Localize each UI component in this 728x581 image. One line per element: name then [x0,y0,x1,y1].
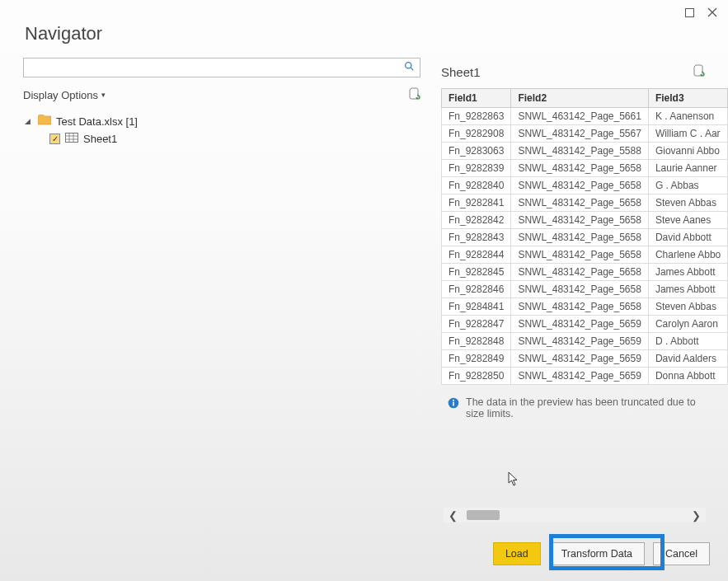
folder-icon [38,115,51,128]
table-cell: Fn_9282846 [442,281,511,298]
search-icon[interactable] [399,61,420,74]
scroll-left-icon[interactable]: ❮ [449,509,458,522]
table-cell: Fn_9282842 [442,212,511,229]
table-cell: SNWL_483142_Page_5659 [511,368,648,385]
preview-table: Field1 Field2 Field3 Fn_9282863SNWL_4631… [441,88,728,385]
table-cell: Fn_9284841 [442,298,511,316]
table-cell: Fn_9282850 [442,368,511,385]
table-row[interactable]: Fn_9282848SNWL_483142_Page_5659D . Abbot… [442,333,728,350]
table-cell: SNWL_483142_Page_5658 [511,212,648,229]
table-cell: Fn_9282841 [442,194,511,212]
table-cell: David Aalders [648,350,727,368]
info-icon [448,397,459,411]
svg-point-12 [453,400,454,401]
table-cell: Fn_9282848 [442,333,511,350]
table-cell: K . Aanenson [648,108,727,125]
table-cell: David Abbott [648,229,727,246]
search-input[interactable] [24,60,399,75]
table-cell: Fn_9282843 [442,229,511,246]
table-cell: Steven Abbas [648,298,727,316]
table-row[interactable]: Fn_9282847SNWL_483142_Page_5659Carolyn A… [442,316,728,333]
preview-refresh-icon[interactable] [693,64,705,80]
search-box [23,58,420,77]
table-cell: Fn_9282849 [442,350,511,368]
table-cell: SNWL_483142_Page_5658 [511,160,648,177]
column-header[interactable]: Field2 [511,89,648,108]
navigator-tree: ◢ Test Data.xlsx [1] ✓ Sheet1 [23,112,420,148]
table-cell: SNWL_483142_Page_5658 [511,229,648,246]
dialog-button-row: Load Transform Data Cancel [0,542,728,565]
table-row[interactable]: Fn_9282846SNWL_483142_Page_5658James Abb… [442,281,728,298]
table-cell: SNWL_463142_Page_5661 [511,108,648,125]
display-options-label: Display Options [23,89,98,101]
table-cell: Fn_9282844 [442,246,511,264]
table-row[interactable]: Fn_9284841SNWL_483142_Page_5658Steven Ab… [442,298,728,316]
table-row[interactable]: Fn_9282839SNWL_483142_Page_5658Laurie Aa… [442,160,728,177]
table-icon [65,133,78,145]
table-cell: SNWL_483142_Page_5658 [511,264,648,281]
table-cell: Steven Abbas [648,194,727,212]
table-cell: James Abbott [648,264,727,281]
cancel-button[interactable]: Cancel [653,542,710,565]
table-cell: SNWL_483142_Page_5658 [511,246,648,264]
table-row[interactable]: Fn_9282842SNWL_483142_Page_5658Steve Aan… [442,212,728,229]
table-cell: SNWL_483142_Page_5659 [511,350,648,368]
table-cell: SNWL_483142_Page_5659 [511,316,648,333]
table-cell: SNWL_483142_Page_5658 [511,194,648,212]
info-message: The data in the preview has been truncat… [441,396,705,419]
scroll-thumb[interactable] [467,510,500,520]
table-cell: Donna Abbott [648,368,727,385]
table-cell: Fn_9282863 [442,108,511,125]
horizontal-scrollbar[interactable]: ❮ ❯ [444,508,706,522]
table-row[interactable]: Fn_9282843SNWL_483142_Page_5658David Abb… [442,229,728,246]
table-cell: James Abbott [648,281,727,298]
transform-data-button[interactable]: Transform Data [549,542,645,565]
cursor-icon [508,471,519,490]
svg-rect-5 [66,134,78,143]
table-row[interactable]: Fn_9282849SNWL_483142_Page_5659David Aal… [442,350,728,368]
window-maximize-icon[interactable] [683,7,695,18]
refresh-icon[interactable] [409,87,420,102]
table-cell: SNWL_483142_Page_5588 [511,143,648,160]
table-cell: Fn_9282908 [442,125,511,143]
table-cell: SNWL_483142_Page_5658 [511,298,648,316]
tree-sheet-node[interactable]: ✓ Sheet1 [23,130,420,148]
table-cell: Laurie Aanner [648,160,727,177]
table-cell: Carolyn Aaron [648,316,727,333]
svg-rect-0 [685,8,693,16]
tree-file-node[interactable]: ◢ Test Data.xlsx [1] [23,112,420,130]
navigator-left-panel: Display Options ▾ ◢ Test Data.xlsx [1] ✓… [23,58,420,148]
table-row[interactable]: Fn_9282844SNWL_483142_Page_5658Charlene … [442,246,728,264]
column-header[interactable]: Field3 [648,89,727,108]
preview-title: Sheet1 [441,65,481,79]
tree-sheet-label: Sheet1 [83,133,117,145]
column-header[interactable]: Field1 [442,89,511,108]
table-row[interactable]: Fn_9282841SNWL_483142_Page_5658Steven Ab… [442,194,728,212]
table-row[interactable]: Fn_9282863SNWL_463142_Page_5661K . Aanen… [442,108,728,125]
table-cell: Steve Aanes [648,212,727,229]
table-cell: G . Abbas [648,177,727,194]
table-cell: William C . Aar [648,125,727,143]
table-cell: Fn_9283063 [442,143,511,160]
load-button[interactable]: Load [493,542,541,565]
svg-line-4 [411,68,413,70]
svg-rect-11 [453,402,454,406]
dialog-title: Navigator [25,23,102,45]
scroll-right-icon[interactable]: ❯ [692,509,701,522]
expander-icon[interactable]: ◢ [25,117,33,125]
table-row[interactable]: Fn_9282908SNWL_483142_Page_5567William C… [442,125,728,143]
table-cell: Fn_9282839 [442,160,511,177]
table-row[interactable]: Fn_9282850SNWL_483142_Page_5659Donna Abb… [442,368,728,385]
table-cell: SNWL_483142_Page_5567 [511,125,648,143]
display-options-dropdown[interactable]: Display Options ▾ [23,89,106,101]
sheet-checkbox[interactable]: ✓ [49,134,60,144]
table-cell: Charlene Abbo [648,246,727,264]
table-row[interactable]: Fn_9283063SNWL_483142_Page_5588Giovanni … [442,143,728,160]
table-row[interactable]: Fn_9282840SNWL_483142_Page_5658G . Abbas [442,177,728,194]
table-cell: D . Abbott [648,333,727,350]
svg-point-3 [406,63,411,68]
table-row[interactable]: Fn_9282845SNWL_483142_Page_5658James Abb… [442,264,728,281]
table-cell: SNWL_483142_Page_5659 [511,333,648,350]
window-close-icon[interactable] [707,7,718,18]
table-cell: Fn_9282840 [442,177,511,194]
